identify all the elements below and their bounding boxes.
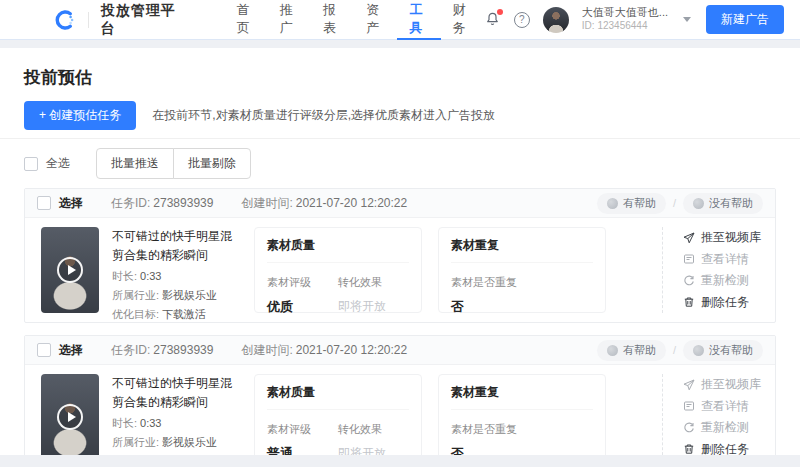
push-to-video-library-action[interactable]: 推至视频库 [683,229,761,246]
video-thumbnail[interactable] [41,374,99,455]
not-helpful-button[interactable]: 没有帮助 [683,340,763,361]
conversion-value: 即将开放 [338,298,409,315]
notification-bell-icon[interactable] [484,11,501,28]
paper-plane-icon [683,379,695,391]
not-helpful-button[interactable]: 没有帮助 [683,193,763,214]
user-name: 大值哥大值哥也... [582,6,668,20]
feedback-buttons: 有帮助 没有帮助 [597,193,763,214]
page-title: 投前预估 [24,66,776,89]
helpful-button[interactable]: 有帮助 [597,193,666,214]
nav-item-promotion[interactable]: 推广 [268,0,311,40]
nav-item-finance[interactable]: 财务 [441,0,484,40]
document-icon [683,253,695,265]
task-card-header: 选择 任务ID:273893939 创建时间:2021-07-20 12:20:… [25,189,775,218]
refresh-icon [683,275,695,287]
video-info: 不可错过的快手明星混剪合集的精彩瞬间 时长:0:33 所属行业:影视娱乐业 优化… [112,374,238,455]
new-ad-button[interactable]: 新建广告 [706,5,784,34]
select-label: 选择 [59,342,83,359]
chevron-down-icon[interactable] [683,17,691,22]
view-details-action[interactable]: 查看详情 [683,251,761,268]
notification-badge [497,9,503,15]
helpful-button[interactable]: 有帮助 [597,340,666,361]
task-card: 选择 任务ID:273893939 创建时间:2021-07-20 12:20:… [24,335,776,455]
conversion-value: 即将开放 [338,445,409,455]
delete-task-action[interactable]: 删除任务 [683,294,761,311]
conversion-label: 转化效果 [338,422,409,437]
trash-icon [683,443,695,455]
task-actions: 推至视频库 查看详情 重新检测 删除任务 [662,227,761,313]
duplicate-panel: 素材重复 素材是否重复 否 [438,374,606,455]
app-title: 投放管理平台 [101,2,179,38]
video-thumbnail[interactable] [41,227,99,313]
batch-remove-button[interactable]: 批量剔除 [173,148,251,179]
push-to-video-library-action[interactable]: 推至视频库 [683,376,761,393]
nav-item-reports[interactable]: 报表 [311,0,354,40]
recheck-action[interactable]: 重新检测 [683,272,761,289]
video-info: 不可错过的快手明星混剪合集的精彩瞬间 时长:0:33 所属行业:影视娱乐业 优化… [112,227,238,313]
feedback-buttons: 有帮助 没有帮助 [597,340,763,361]
task-card-body: 不可错过的快手明星混剪合集的精彩瞬间 时长:0:33 所属行业:影视娱乐业 优化… [25,365,775,455]
main-nav: 首页 推广 报表 资产 工具 财务 [225,0,484,40]
quality-panel-title: 素材质量 [267,384,409,410]
video-goal: 优化目标:下载激活 [112,307,238,322]
nav-item-tools[interactable]: 工具 [397,0,440,40]
task-card-header: 选择 任务ID:273893939 创建时间:2021-07-20 12:20:… [25,336,775,365]
user-info[interactable]: 大值哥大值哥也... ID: 123456444 [582,6,668,32]
create-estimate-task-button[interactable]: + 创建预估任务 [24,101,136,130]
nav-item-home[interactable]: 首页 [225,0,268,40]
recheck-action[interactable]: 重新检测 [683,419,761,436]
rating-label: 素材评级 [267,422,338,437]
view-details-action[interactable]: 查看详情 [683,398,761,415]
duplicate-label: 素材是否重复 [451,275,593,290]
task-actions: 推至视频库 查看详情 重新检测 删除任务 [662,374,761,455]
task-id: 任务ID:273893939 [111,195,213,212]
select-all-checkbox[interactable] [24,157,38,171]
thumb-up-icon [607,345,618,356]
divider [88,12,89,28]
select-label: 选择 [59,195,83,212]
video-industry: 所属行业:影视娱乐业 [112,288,238,303]
play-icon[interactable] [57,257,83,283]
page-description: 在投前环节,对素材质量进行评级分层,选择优质素材进入广告投放 [152,107,495,124]
thumb-down-icon [693,345,704,356]
divider [673,197,676,209]
created-time: 创建时间:2021-07-20 12:20:22 [241,195,407,212]
video-title: 不可错过的快手明星混剪合集的精彩瞬间 [112,374,238,411]
delete-task-action[interactable]: 删除任务 [683,441,761,455]
rating-value: 普通 [267,445,338,455]
trash-icon [683,296,695,308]
list-toolbar: 全选 批量推送 批量剔除 [24,148,776,179]
task-card-body: 不可错过的快手明星混剪合集的精彩瞬间 时长:0:33 所属行业:影视娱乐业 优化… [25,218,775,322]
duplicate-panel-title: 素材重复 [451,237,593,263]
content-panel: 投前预估 + 创建预估任务 在投前环节,对素材质量进行评级分层,选择优质素材进入… [0,48,800,455]
nav-item-assets[interactable]: 资产 [354,0,397,40]
video-duration: 时长:0:33 [112,416,238,431]
video-duration: 时长:0:33 [112,269,238,284]
select-checkbox[interactable] [37,196,51,210]
video-title: 不可错过的快手明星混剪合集的精彩瞬间 [112,227,238,264]
quality-panel-title: 素材质量 [267,237,409,263]
video-goal: 优化目标:下载激活 [112,454,238,455]
play-icon[interactable] [57,404,83,430]
divider [673,344,676,356]
avatar[interactable] [543,7,569,33]
quality-panel: 素材质量 素材评级 优质 转化效果 即将开放 [254,227,422,313]
help-icon[interactable]: ? [514,12,530,28]
rating-label: 素材评级 [267,275,338,290]
duplicate-value: 否 [451,298,593,316]
refresh-icon [683,422,695,434]
thumb-down-icon [693,198,704,209]
task-card: 选择 任务ID:273893939 创建时间:2021-07-20 12:20:… [24,188,776,323]
select-checkbox[interactable] [37,343,51,357]
conversion-label: 转化效果 [338,275,409,290]
duplicate-panel-title: 素材重复 [451,384,593,410]
user-id: ID: 123456444 [582,20,668,33]
created-time: 创建时间:2021-07-20 12:20:22 [241,342,407,359]
duplicate-value: 否 [451,445,593,455]
select-all-label: 全选 [46,155,70,172]
document-icon [683,400,695,412]
paper-plane-icon [683,232,695,244]
batch-push-button[interactable]: 批量推送 [96,148,174,179]
quality-panel: 素材质量 素材评级 普通 转化效果 即将开放 [254,374,422,455]
thumb-up-icon [607,198,618,209]
